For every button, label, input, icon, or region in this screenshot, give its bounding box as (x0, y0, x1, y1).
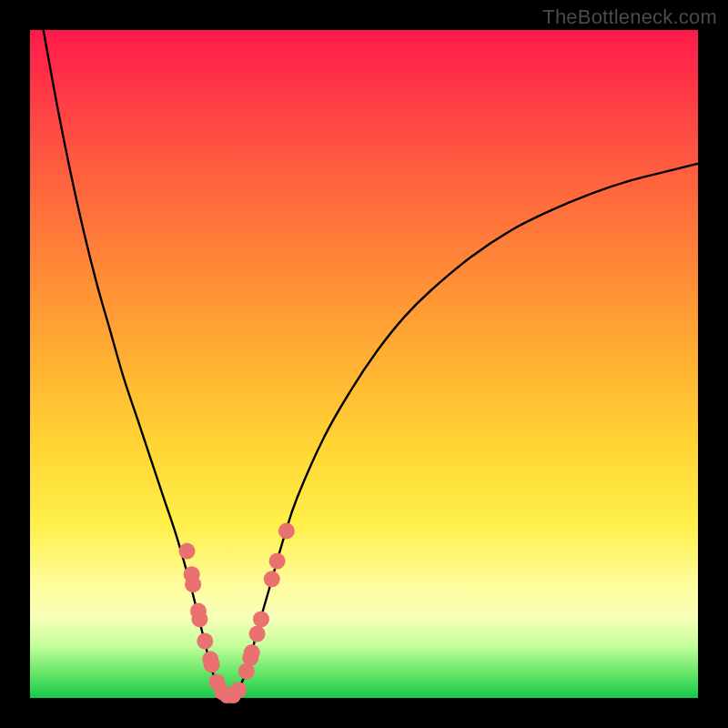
data-point (269, 553, 286, 570)
curve-markers (178, 523, 294, 704)
data-point (278, 523, 295, 540)
bottleneck-curve (30, 30, 698, 698)
curve-right-branch (230, 164, 698, 698)
data-point (230, 682, 247, 698)
data-point (178, 543, 195, 560)
watermark-text: TheBottleneck.com (542, 5, 717, 29)
data-point (191, 611, 207, 627)
data-point (185, 576, 201, 592)
data-point (253, 611, 269, 627)
outer-frame: TheBottleneck.com (0, 0, 728, 728)
data-point (249, 626, 266, 642)
curve-left-branch (44, 30, 231, 698)
data-point (204, 656, 220, 672)
data-point (244, 644, 260, 661)
data-point (197, 633, 213, 650)
data-point (264, 571, 280, 587)
